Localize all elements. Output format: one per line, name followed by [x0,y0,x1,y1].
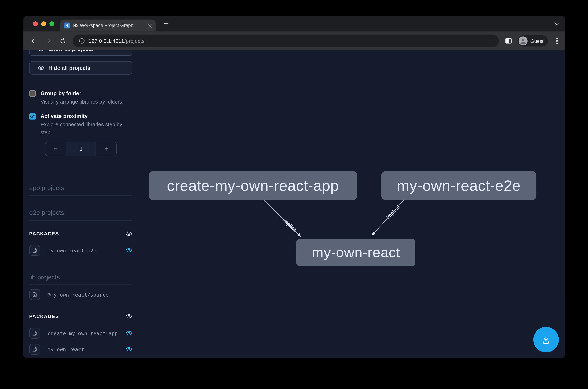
group-by-folder-checkbox[interactable] [29,90,36,97]
site-info-icon[interactable] [79,38,85,44]
focus-project-button[interactable] [29,328,40,339]
app-projects-header: app projects [29,184,132,196]
traffic-lights [33,21,55,26]
profile-label: Guest [530,38,543,44]
packages-header: PACKAGES [29,231,59,236]
browser-window: N Nx Workspace Project Graph + [23,16,565,358]
avatar-icon [519,36,528,45]
package-name: @my-own-react/source [48,292,109,298]
reload-button[interactable] [57,35,68,47]
zoom-window-button[interactable] [49,21,54,26]
sidebar: Show all projects Hide all projects [23,50,139,358]
focus-project-button[interactable] [29,344,40,355]
focus-project-button[interactable] [29,245,40,256]
edge-label: implicit [282,217,298,233]
url-text: 127.0.0.1:4211/projects [89,38,145,44]
option-label: Group by folder [40,90,124,97]
graph-node-my-own-react[interactable]: my-own-react [296,239,416,266]
e2e-projects-header: e2e projects [29,209,132,221]
url-host: 127.0.0.1:4211 [89,38,124,44]
option-group-by-folder: Group by folder Visually arrange librari… [29,90,132,106]
show-all-projects-button[interactable]: Show all projects [29,50,132,56]
package-name: my-own-react [48,346,84,352]
url-path: /projects [124,38,145,44]
back-button[interactable] [29,35,40,47]
tab-strip: N Nx Workspace Project Graph + [23,16,565,32]
toggle-packages-eye-icon[interactable] [125,313,132,320]
download-icon [541,334,551,345]
edge-label: implicit [385,204,401,220]
forward-button[interactable] [43,35,54,47]
show-all-projects-label: Show all projects [48,50,93,52]
visibility-eye-icon[interactable] [125,346,132,353]
package-row[interactable]: my-own-react [29,344,132,355]
visibility-eye-icon[interactable] [125,247,132,254]
package-row[interactable]: @my-own-react/source [29,289,132,300]
lib-projects-header: lib projects [29,274,132,285]
packages-header-row: PACKAGES [29,312,132,320]
proximity-step-counter: − 1 + [45,142,117,156]
nx-favicon: N [64,23,70,29]
graph-node-create-my-own-react-app[interactable]: create-my-own-react-app [149,171,357,200]
eye-off-icon [37,65,44,71]
url-bar[interactable]: 127.0.0.1:4211/projects [73,34,499,47]
proximity-step-value: 1 [66,142,96,156]
packages-header: PACKAGES [29,313,59,319]
package-row[interactable]: create-my-own-react-app [29,328,132,339]
option-activate-proximity: Activate proximity Explore connected lib… [29,113,132,137]
option-description: Explore connected libraries step by step… [40,121,132,136]
browser-toolbar: 127.0.0.1:4211/projects Guest [23,32,565,50]
visibility-eye-icon[interactable] [125,330,132,337]
increment-button[interactable]: + [96,142,116,156]
package-name: my-own-react-e2e [48,247,97,253]
close-window-button[interactable] [33,21,38,26]
display-options: Group by folder Visually arrange librari… [29,90,132,136]
option-description: Visually arrange libraries by folders. [40,98,124,106]
app-content: Show all projects Hide all projects [23,50,565,358]
graph-edges: implicit implicit [139,50,565,358]
activate-proximity-checkbox[interactable] [29,113,36,120]
tab-search-chevron-icon[interactable] [554,22,559,25]
packages-header-row: PACKAGES [29,230,132,237]
hide-all-projects-label: Hide all projects [48,65,90,71]
browser-menu-icon[interactable] [554,38,560,44]
tab-close-icon[interactable] [148,23,152,28]
graph-node-my-own-react-e2e[interactable]: my-own-react-e2e [381,171,536,200]
sidebar-divider [23,169,139,169]
new-tab-button[interactable]: + [161,18,171,29]
package-name: create-my-own-react-app [48,330,118,336]
option-label: Activate proximity [40,113,132,121]
tab-title: Nx Workspace Project Graph [73,23,146,28]
focus-project-button[interactable] [29,289,40,300]
decrement-button[interactable]: − [45,142,66,156]
hide-all-projects-button[interactable]: Hide all projects [29,61,132,75]
tab-nx-workspace[interactable]: N Nx Workspace Project Graph [60,20,156,32]
download-graph-button[interactable] [533,327,559,353]
minimize-window-button[interactable] [41,21,46,26]
toggle-packages-eye-icon[interactable] [125,230,132,237]
profile-button[interactable]: Guest [518,35,548,47]
eye-icon [37,50,44,52]
package-row[interactable]: my-own-react-e2e [29,245,132,256]
project-graph-canvas[interactable]: implicit implicit create-my-own-react-ap… [139,50,565,358]
side-panel-icon[interactable] [506,38,512,44]
